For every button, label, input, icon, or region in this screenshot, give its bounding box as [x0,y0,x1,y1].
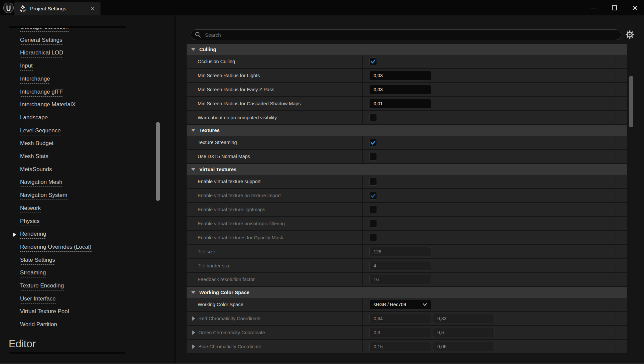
unreal-engine-logo-icon[interactable] [3,2,14,13]
setting-row: Occlusion Culling [187,55,627,69]
close-button[interactable]: ✕ [630,3,640,13]
sidebar-item-rendering[interactable]: Rendering [0,231,174,239]
sidebar-item-navigation-system[interactable]: Navigation System [0,192,174,201]
setting-row: Warn about no precomputed visibility [187,111,627,125]
sidebar-item-texture-encoding[interactable]: Texture Encoding [0,282,174,291]
value-input [369,261,431,270]
setting-row: Tile size [187,245,627,259]
reset-to-default-cell [616,231,627,244]
sidebar-item-interchange-materialx[interactable]: Interchange MaterialX [0,101,174,110]
sidebar-item-metasounds[interactable]: MetaSounds [0,166,174,175]
settings-gear-icon[interactable] [625,30,634,39]
settings-category-sidebar: Garbage CollectionGeneral SettingsHierar… [0,15,174,364]
setting-label-cell: Occlusion Culling [187,55,363,68]
section-header-textures[interactable]: Textures [187,125,627,136]
sidebar-item-interchange[interactable]: Interchange [0,76,174,84]
sidebar-item-world-partition[interactable]: World Partition [0,321,174,330]
sidebar-item-label: Mesh Stats [20,153,48,161]
checkbox-unchecked[interactable] [369,153,377,160]
setting-value-cell [363,111,616,124]
project-settings-gear-icon [19,5,26,12]
sidebar-item-physics[interactable]: Physics [0,218,174,227]
setting-label: Green Chromaticity Coordinate [198,330,265,335]
reset-to-default-cell [616,83,627,96]
section-header-culling[interactable]: Culling [187,44,627,55]
value-input[interactable] [369,99,431,108]
section-header-working-color-space[interactable]: Working Color Space [187,287,627,298]
working-color-space-dropdown[interactable]: sRGB / Rec709 [369,300,431,310]
checkbox-unchecked [369,234,377,241]
sidebar-item-user-interface[interactable]: User Interface [0,295,174,304]
row-expander-icon[interactable] [192,344,195,349]
sidebar-item-hierarchical-lod[interactable]: Hierarchical LOD [0,49,174,58]
sidebar-item-streaming[interactable]: Streaming [0,269,174,278]
row-expander-icon[interactable] [192,316,195,321]
sidebar-item-rendering-overrides-local-[interactable]: Rendering Overrides (Local) [0,244,174,252]
setting-label: Min Screen Radius for Lights [198,73,260,78]
sidebar-item-mesh-stats[interactable]: Mesh Stats [0,153,174,162]
setting-label: Enable virtual texture support [198,179,261,184]
search-input[interactable] [205,32,617,38]
setting-label-cell: Enable virtual texture support [187,175,363,188]
section-collapse-caret-icon [191,129,196,132]
setting-value-cell [363,150,616,163]
reset-to-default-cell [616,273,627,286]
maximize-button[interactable] [609,3,620,13]
sidebar-item-mesh-budget[interactable]: Mesh Budget [0,140,174,149]
checkbox-checked[interactable] [369,139,377,146]
reset-to-default-cell [616,203,627,216]
sidebar-item-network[interactable]: Network [0,205,174,214]
sidebar-item-label: Landscape [20,114,48,122]
sidebar-item-virtual-texture-pool[interactable]: Virtual Texture Pool [0,308,174,317]
setting-label: Feedback resolution factor [198,277,255,282]
settings-scrollbar-thumb[interactable] [629,76,633,127]
reset-to-default-cell [616,150,627,163]
minimize-button[interactable] [588,3,599,13]
setting-row: Red Chromaticity Coordinate [187,312,627,326]
section-collapse-caret-icon [191,168,196,171]
setting-label: Tile size [198,249,215,254]
sidebar-item-level-sequence[interactable]: Level Sequence [0,127,174,136]
section-header-virtual-textures[interactable]: Virtual Textures [187,164,627,175]
setting-row: Min Screen Radius for Lights [187,69,627,83]
tab-close-icon[interactable]: ✕ [89,5,96,12]
sidebar-item-interchange-gltf[interactable]: Interchange glTF [0,89,174,97]
value-input[interactable] [369,85,431,94]
sidebar-scrollbar-thumb[interactable] [156,122,160,201]
setting-label-cell: Enable virtual textures for Opacity Mask [187,231,363,244]
reset-to-default-cell [616,340,627,353]
sidebar-item-label: Interchange MaterialX [20,101,75,109]
settings-list: CullingOcclusion CullingMin Screen Radiu… [187,44,627,354]
setting-label-cell: Min Screen Radius for Lights [187,69,363,82]
setting-label: Blue Chromaticity Coordinate [198,344,261,349]
dropdown-selected-value: sRGB / Rec709 [374,302,423,307]
sidebar-item-label: General Settings [20,37,62,45]
sidebar-item-label: Interchange glTF [20,89,63,97]
setting-value-cell [363,259,616,272]
setting-row: Enable virtual texture support [187,175,627,189]
setting-label: Use DXT5 Normal Maps [198,154,250,159]
window-bottom-edge [0,363,644,364]
sidebar-item-input[interactable]: Input [0,63,174,71]
row-expander-icon[interactable] [192,330,195,335]
coordinate-y-input [433,314,494,323]
sidebar-item-label: Rendering Overrides (Local) [20,244,91,252]
value-input[interactable] [369,71,431,80]
checkbox-unchecked[interactable] [369,178,377,186]
checkbox-unchecked[interactable] [369,114,377,121]
sidebar-item-navigation-mesh[interactable]: Navigation Mesh [0,179,174,188]
reset-to-default-cell [616,298,627,311]
section-title: Textures [199,128,220,133]
sidebar-item-general-settings[interactable]: General Settings [0,37,174,45]
close-icon: ✕ [632,4,638,11]
setting-value-cell [363,231,616,244]
reset-to-default-cell [616,259,627,272]
tab-project-settings[interactable]: Project Settings ✕ [14,2,100,15]
section-title: Working Color Space [199,290,249,295]
sidebar-item-slate-settings[interactable]: Slate Settings [0,257,174,265]
reset-to-default-cell [616,312,627,325]
checkbox-checked[interactable] [369,57,377,65]
setting-row: Working Color SpacesRGB / Rec709 [187,298,627,312]
sidebar-item-landscape[interactable]: Landscape [0,114,174,123]
reset-to-default-cell [616,189,627,202]
